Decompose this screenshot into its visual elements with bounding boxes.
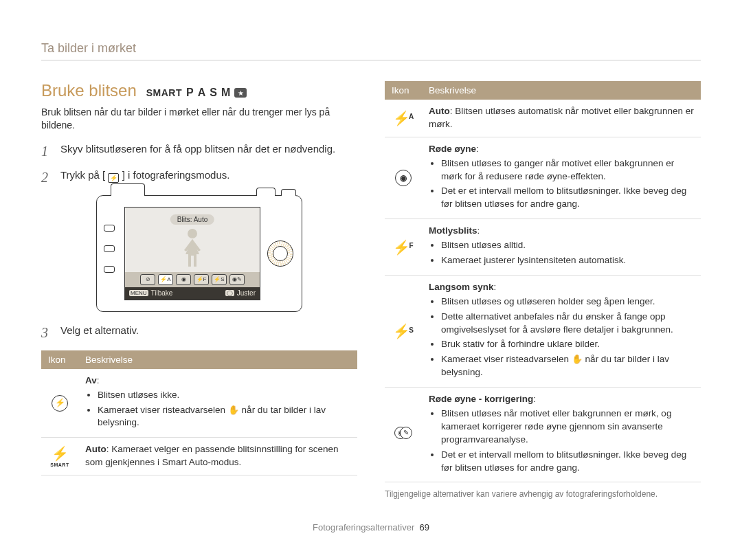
desc-bullet: Blitsen utløses alltid. — [441, 239, 694, 252]
mode-a: A — [198, 87, 206, 99]
option-off-icon: ⚡ — [41, 369, 78, 438]
step-3: 3 Velg et alternativ. — [41, 323, 357, 342]
th-icon: Ikon — [385, 81, 422, 100]
step-number: 1 — [41, 142, 54, 161]
step-number: 3 — [41, 323, 54, 342]
left-column: Bruke blitsen SMART P A S M ★ Bruk blits… — [41, 81, 357, 517]
camera-left-button — [104, 266, 115, 273]
menu-badge: MENU — [129, 290, 148, 296]
section-heading: Bruke blitsen SMART P A S M ★ — [41, 81, 357, 100]
steps-list: 1 Skyv blitsutløseren for å få opp blits… — [41, 142, 357, 187]
option-smartauto-desc: Auto: Kameraet velger en passende blitsi… — [78, 438, 357, 475]
right-column: Ikon Beskrivelse ⚡A Auto: Blitsen utløse… — [385, 81, 701, 517]
desc-bullet: Blitsen utløses to ganger når motivet el… — [441, 157, 694, 183]
desc-bullet: Blitsen utløses ikke. — [98, 389, 350, 402]
step-text: Velg et alternativ. — [60, 323, 139, 342]
lcd-adjust-label: ◯ Juster — [225, 289, 256, 297]
lcd-back-label: MENU Tilbake — [129, 289, 172, 297]
page-footer: Fotograferingsalternativer 69 — [41, 517, 701, 533]
option-redeyefix-icon: ◉ ✎ — [385, 388, 422, 482]
lcd-option-redeye-icon: ◉ — [176, 274, 191, 285]
lcd-footer: MENU Tilbake ◯ Juster — [125, 287, 260, 300]
table-row: ⚡A Auto: Blitsen utløses automatisk når … — [385, 100, 701, 137]
desc-bullet: Dette alternativet anbefales når du ønsk… — [441, 311, 694, 337]
desc-title: Motlysblits — [429, 225, 477, 236]
desc-title: Av — [85, 375, 97, 385]
desc-title: Røde øyne — [429, 144, 476, 154]
content-columns: Bruke blitsen SMART P A S M ★ Bruk blits… — [41, 81, 701, 517]
camera-shutter-button — [281, 189, 296, 196]
mode-s: S — [210, 87, 217, 99]
camera-control-wheel — [267, 240, 293, 267]
lcd-mode-label: Blits: Auto — [170, 214, 214, 225]
option-slowsync-icon: ⚡S — [385, 275, 422, 387]
step-text-a: Trykk på [ — [60, 169, 105, 181]
camera-flash-popup — [111, 183, 145, 196]
th-desc: Beskrivelse — [422, 81, 701, 100]
option-redeye-icon: ◉ — [385, 137, 422, 219]
camera-left-button — [104, 245, 115, 252]
back-text: Tilbake — [151, 289, 173, 297]
lcd-option-strip: ⊘ ⚡A ◉ ⚡F ⚡S ◉✎ — [125, 272, 260, 287]
desc-title: Auto — [85, 444, 106, 454]
lcd-option-off-icon: ⊘ — [140, 274, 155, 285]
desc-title: Auto — [429, 106, 450, 116]
options-table-left: Ikon Beskrivelse ⚡ Av: Blitsen utløses i… — [41, 350, 357, 475]
option-off-desc: Av: Blitsen utløses ikke. Kameraet viser… — [78, 369, 357, 438]
option-auto-icon: ⚡A — [385, 100, 422, 137]
desc-bullet: Det er et intervall mellom to blitsutløs… — [441, 449, 694, 475]
flash-icon: ⚡ — [108, 173, 119, 183]
adjust-text: Juster — [237, 289, 256, 297]
lcd-option-redeyefix-icon: ◉✎ — [229, 274, 245, 285]
footnote: Tilgjengelige alternativer kan variere a… — [385, 489, 701, 499]
step-2: 2 Trykk på [ ⚡ ] i fotograferingsmodus. — [41, 168, 357, 187]
table-row: ◉ Røde øyne: Blitsen utløses to ganger n… — [385, 137, 701, 219]
table-row: ⚡ Av: Blitsen utløses ikke. Kameraet vis… — [41, 369, 357, 438]
th-desc: Beskrivelse — [78, 350, 357, 369]
table-row: ⚡F Motlysblits: Blitsen utløses alltid. … — [385, 219, 701, 276]
step-number: 2 — [41, 168, 54, 187]
desc-bullet: Bruk stativ for å forhindre uklare bilde… — [441, 338, 694, 351]
option-redeye-desc: Røde øyne: Blitsen utløses to ganger når… — [422, 137, 701, 219]
option-fill-icon: ⚡F — [385, 219, 422, 276]
step-1: 1 Skyv blitsutløseren for å få opp blits… — [41, 142, 357, 161]
divider — [41, 60, 701, 60]
option-smartauto-icon: ⚡ SMART — [41, 438, 78, 475]
mode-star-icon: ★ — [234, 88, 247, 98]
table-row: ⚡S Langsom synk: Blitsen utløses og utlø… — [385, 275, 701, 387]
camera-lcd: Blits: Auto ⊘ ⚡A ◉ ⚡F ⚡ — [124, 207, 260, 300]
breadcrumb: Ta bilder i mørket — [41, 41, 701, 56]
camera-mode-dial — [256, 188, 276, 196]
page-number: 69 — [419, 522, 429, 533]
table-row: ⚡ SMART Auto: Kameraet velger en passend… — [41, 438, 357, 475]
desc-bullet: Det er et intervall mellom to blitsutløs… — [441, 185, 694, 211]
option-auto-desc: Auto: Blitsen utløses automatisk når mot… — [422, 100, 701, 137]
intro-text: Bruk blitsen når du tar bilder i mørket … — [41, 106, 357, 132]
ok-badge: ◯ — [225, 290, 234, 296]
desc-title: Langsom synk — [429, 282, 494, 292]
desc-title: Røde øyne - korrigering — [429, 394, 533, 404]
step-text: Skyv blitsutløseren for å få opp blitsen… — [60, 142, 335, 161]
lcd-option-slow-icon: ⚡S — [212, 274, 227, 285]
option-fill-desc: Motlysblits: Blitsen utløses alltid. Kam… — [422, 219, 701, 276]
options-table-right: Ikon Beskrivelse ⚡A Auto: Blitsen utløse… — [385, 81, 701, 482]
option-redeyefix-desc: Røde øyne - korrigering: Blitsen utløses… — [422, 388, 701, 482]
camera-illustration: Blits: Auto ⊘ ⚡A ◉ ⚡F ⚡ — [41, 195, 357, 312]
camera-body: Blits: Auto ⊘ ⚡A ◉ ⚡F ⚡ — [96, 195, 302, 312]
mode-smart: SMART — [146, 87, 182, 98]
desc-bullet: Blitsen utløses og utløseren holder seg … — [441, 295, 694, 309]
lcd-preview: Blits: Auto — [125, 208, 260, 272]
th-icon: Ikon — [41, 350, 78, 369]
desc-bullet: Kameraet viser risteadvarselen ✋ når du … — [441, 353, 694, 379]
svg-point-0 — [188, 229, 197, 238]
lcd-option-auto-icon: ⚡A — [158, 274, 173, 285]
step-text: Trykk på [ ⚡ ] i fotograferingsmodus. — [60, 168, 229, 187]
mode-m: M — [221, 87, 230, 99]
desc-bullet: Blitsen utløses når motivet eller bakgru… — [441, 407, 694, 447]
lcd-option-fill-icon: ⚡F — [194, 274, 209, 285]
footer-section: Fotograferingsalternativer — [313, 522, 414, 533]
desc-bullet: Kameraet justerer lysintensiteten automa… — [441, 254, 694, 267]
page: Ta bilder i mørket Bruke blitsen SMART P… — [0, 0, 742, 560]
option-slowsync-desc: Langsom synk: Blitsen utløses og utløser… — [422, 275, 701, 387]
shake-warning-icon: ✋ — [228, 404, 239, 416]
